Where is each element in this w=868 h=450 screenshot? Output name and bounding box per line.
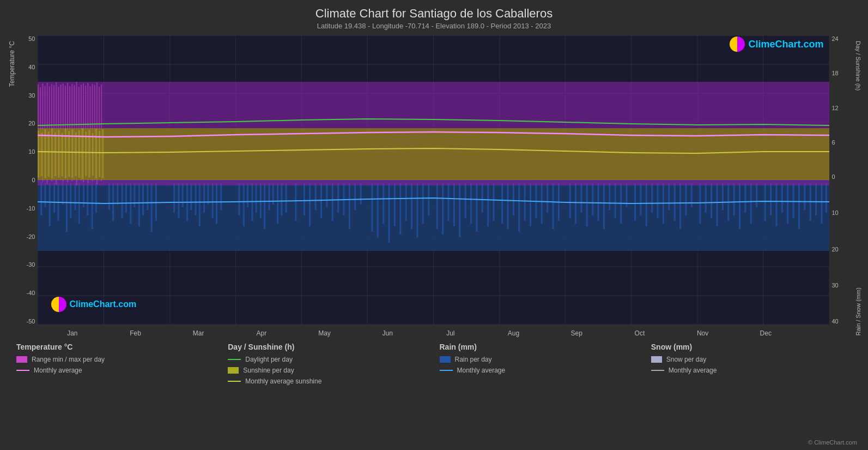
svg-rect-162 bbox=[804, 183, 805, 210]
svg-rect-41 bbox=[108, 183, 110, 210]
svg-rect-207 bbox=[68, 131, 70, 177]
legend-rain-avg-line bbox=[440, 370, 453, 371]
y-tick-n10: -10 bbox=[27, 205, 35, 212]
legend-temperature-title: Temperature °C bbox=[16, 343, 217, 351]
legend-rain-avg: Monthly average bbox=[440, 367, 640, 374]
svg-rect-59 bbox=[198, 183, 200, 226]
legend-snow-day-label: Snow per day bbox=[666, 356, 706, 363]
svg-rect-212 bbox=[85, 131, 87, 176]
x-tick-sep: Sep bbox=[545, 329, 608, 337]
svg-rect-29 bbox=[48, 183, 50, 226]
legend-rain-day: Rain per day bbox=[440, 356, 640, 363]
legend-temp-avg-line bbox=[16, 370, 29, 371]
svg-rect-79 bbox=[309, 183, 311, 226]
svg-rect-214 bbox=[92, 133, 93, 176]
x-axis: Jan Feb Mar Apr May Jun Jul Aug Sep Oct … bbox=[41, 328, 797, 338]
x-tick-oct: Oct bbox=[608, 329, 671, 337]
legend-daylight-line bbox=[228, 359, 241, 360]
svg-rect-141 bbox=[679, 183, 681, 229]
svg-rect-87 bbox=[354, 183, 356, 210]
svg-rect-135 bbox=[645, 183, 647, 226]
svg-rect-119 bbox=[547, 183, 548, 213]
legend-temp-range-swatch bbox=[16, 356, 27, 363]
svg-rect-61 bbox=[207, 183, 209, 205]
svg-rect-113 bbox=[512, 183, 514, 215]
y-tick-n20: -20 bbox=[27, 233, 35, 240]
svg-rect-199 bbox=[41, 133, 43, 176]
svg-rect-55 bbox=[181, 183, 183, 207]
svg-rect-204 bbox=[58, 130, 59, 178]
svg-rect-154 bbox=[756, 183, 757, 207]
x-tick-jun: Jun bbox=[356, 329, 419, 337]
x-tick-jan: Jan bbox=[41, 329, 104, 337]
svg-rect-210 bbox=[78, 130, 80, 178]
svg-rect-147 bbox=[716, 183, 718, 226]
svg-rect-30 bbox=[53, 183, 55, 213]
legend-temperature: Temperature °C Range min / max per day M… bbox=[11, 343, 222, 388]
legend-snow-swatch bbox=[651, 356, 662, 363]
svg-rect-39 bbox=[91, 183, 93, 229]
legend-snow-avg-line bbox=[651, 370, 664, 371]
svg-rect-80 bbox=[314, 183, 316, 210]
x-tick-may: May bbox=[293, 329, 356, 337]
svg-rect-27 bbox=[40, 183, 42, 215]
y-tick-40: 40 bbox=[28, 64, 35, 70]
svg-rect-45 bbox=[125, 183, 126, 213]
svg-rect-98 bbox=[422, 183, 423, 224]
svg-rect-99 bbox=[428, 183, 429, 215]
chart-svg bbox=[38, 35, 829, 325]
legend-sunshine-avg-line bbox=[228, 381, 241, 382]
chart-title: Climate Chart for Santiago de los Caball… bbox=[0, 7, 868, 21]
y-tick-20: 20 bbox=[28, 120, 35, 127]
svg-rect-151 bbox=[738, 183, 740, 229]
svg-rect-143 bbox=[690, 183, 692, 207]
svg-rect-49 bbox=[142, 183, 144, 215]
svg-rect-84 bbox=[337, 183, 339, 213]
svg-rect-134 bbox=[640, 183, 641, 215]
y-tick-n30: -30 bbox=[27, 261, 35, 268]
y-axis-right-ticks: 24 18 12 6 0 10 20 30 40 bbox=[829, 35, 859, 325]
svg-rect-35 bbox=[74, 183, 76, 210]
y-tick-right-r40: 40 bbox=[832, 318, 859, 325]
x-tick-mar: Mar bbox=[167, 329, 230, 337]
y-tick-10: 10 bbox=[28, 148, 35, 155]
svg-rect-34 bbox=[70, 183, 71, 218]
logo-bottom-left: ClimeChart.com bbox=[51, 297, 137, 312]
legend-temp-avg: Monthly average bbox=[16, 367, 217, 374]
y-axis-left-ticks: 50 40 30 20 10 0 -10 -20 -30 -40 -50 bbox=[9, 35, 38, 325]
svg-rect-125 bbox=[586, 183, 587, 226]
svg-rect-122 bbox=[569, 183, 570, 218]
svg-rect-89 bbox=[371, 183, 373, 232]
svg-rect-142 bbox=[685, 183, 687, 215]
svg-rect-152 bbox=[744, 183, 746, 213]
x-tick-nov: Nov bbox=[671, 329, 735, 337]
svg-rect-115 bbox=[524, 183, 525, 221]
svg-rect-107 bbox=[476, 183, 477, 232]
svg-rect-60 bbox=[203, 183, 205, 213]
svg-rect-91 bbox=[383, 183, 384, 224]
svg-rect-160 bbox=[792, 183, 794, 218]
svg-rect-77 bbox=[295, 183, 296, 221]
svg-rect-108 bbox=[481, 183, 483, 213]
svg-rect-58 bbox=[195, 183, 196, 215]
svg-rect-82 bbox=[326, 183, 327, 207]
legend-temp-range: Range min / max per day bbox=[16, 356, 217, 363]
svg-rect-137 bbox=[657, 183, 658, 218]
svg-rect-44 bbox=[121, 183, 123, 218]
svg-rect-100 bbox=[436, 183, 438, 229]
legend-area: Temperature °C Range min / max per day M… bbox=[11, 343, 857, 388]
y-tick-30: 30 bbox=[28, 92, 35, 99]
legend-rain-swatch bbox=[440, 356, 451, 363]
legend-rain: Rain (mm) Rain per day Monthly average bbox=[434, 343, 646, 388]
legend-sunshine-avg: Monthly average sunshine bbox=[228, 377, 428, 385]
svg-rect-148 bbox=[721, 183, 723, 210]
x-tick-feb: Feb bbox=[104, 329, 167, 337]
svg-rect-139 bbox=[668, 183, 670, 210]
svg-rect-116 bbox=[529, 183, 531, 226]
svg-rect-90 bbox=[377, 183, 378, 237]
svg-rect-117 bbox=[535, 183, 537, 218]
x-tick-jul: Jul bbox=[419, 329, 482, 337]
svg-rect-83 bbox=[331, 183, 333, 221]
legend-sunshine-day-label: Sunshine per day bbox=[243, 367, 294, 374]
svg-rect-72 bbox=[268, 183, 270, 210]
